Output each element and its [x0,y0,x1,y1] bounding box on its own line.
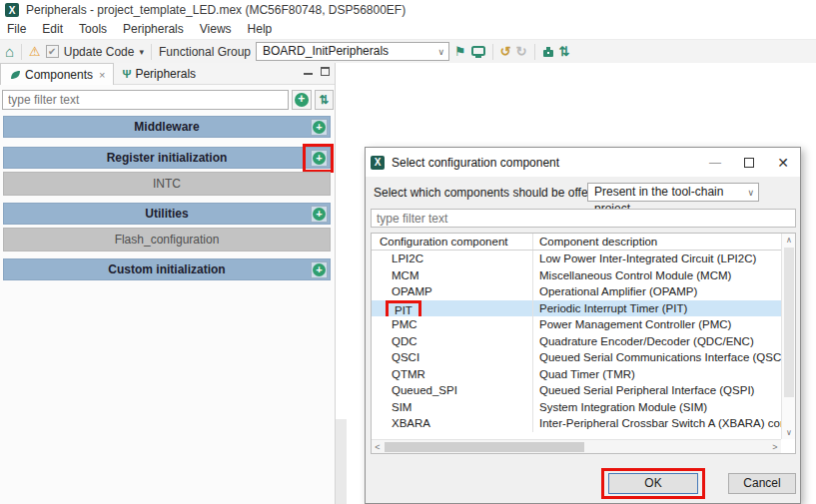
scroll-left-icon[interactable]: < [372,440,384,454]
category-register-initialization[interactable]: Register initialization + [3,147,331,169]
components-panel: Components × Ψ Peripherals + ⇅ Middlewa [0,63,336,504]
dialog-title: Select configuration component [392,156,559,170]
vertical-scrollbar-thumb[interactable] [784,248,794,397]
monitor-icon[interactable] [471,46,485,58]
dialog-titlebar[interactable]: X Select configuration component — ✕ [366,148,800,177]
horizontal-scrollbar[interactable]: < > [372,439,781,453]
cell-description: Operational Amplifier (OPAMP) [533,283,795,300]
offer-combo[interactable]: Present in the tool-chain project ∨ [587,183,759,202]
tab-components-label: Components [25,68,93,82]
tab-components[interactable]: Components × [0,63,114,85]
component-table: Configuration component Component descri… [371,233,796,454]
annotation-redbox-add-register-init [303,144,334,173]
add-component-button[interactable]: + [292,90,312,110]
add-custom-init-button[interactable]: + [311,261,328,278]
table-row-xbara[interactable]: XBARA Inter-Peripheral Crossbar Switch A… [372,415,795,432]
column-configuration-component[interactable]: Configuration component [372,234,533,250]
select-configuration-component-dialog: X Select configuration component — ✕ Sel… [365,147,801,504]
dialog-maximize-icon[interactable] [732,148,766,177]
cell-component: QDC [372,333,533,350]
table-row-opamp[interactable]: OPAMP Operational Amplifier (OPAMP) [372,283,795,300]
tab-peripherals[interactable]: Ψ Peripherals [114,63,204,85]
component-intc-label: INTC [153,177,181,191]
close-icon[interactable]: × [99,69,105,81]
table-row-qtmr[interactable]: QTMR Quad Timer (TMR) [372,366,795,383]
minimize-view-icon[interactable] [304,67,313,75]
horizontal-scrollbar-thumb[interactable] [385,442,584,452]
menu-file[interactable]: File [0,20,34,39]
components-filter-input[interactable] [2,90,289,110]
menu-views[interactable]: Views [192,20,240,39]
category-register-initialization-label: Register initialization [107,151,228,165]
add-utilities-button[interactable]: + [311,206,328,223]
update-code-label[interactable]: Update Code [64,45,135,59]
sort-components-button[interactable]: ⇅ [315,90,335,110]
scroll-right-icon[interactable]: > [769,440,781,454]
table-row-mcm[interactable]: MCM Miscellaneous Control Module (MCM) [372,267,795,284]
cell-description: Periodic Interrupt Timer (PIT) [533,300,795,317]
cell-component: Queued_SPI [372,382,533,399]
update-code-dropdown-icon[interactable]: ▾ [139,47,144,57]
cell-component: XBARA [372,415,533,432]
scroll-down-icon[interactable]: ∨ [782,428,796,437]
menu-edit[interactable]: Edit [34,20,71,39]
dialog-close-icon[interactable]: ✕ [766,148,800,177]
table-row-lpi2c[interactable]: LPI2C Low Power Inter-Integrated Circuit… [372,251,795,267]
peripherals-icon: Ψ [122,68,131,80]
cell-description: Queued Serial Communications Interface (… [533,349,795,366]
category-custom-initialization[interactable]: Custom initialization + [3,258,331,280]
sort-icon[interactable]: ⇅ [559,45,570,59]
category-utilities[interactable]: Utilities + [3,203,331,225]
annotation-redbox-ok: OK [601,468,705,499]
cell-description: Low Power Inter-Integrated Circuit (LPI2… [533,251,795,267]
tab-peripherals-label: Peripherals [135,67,196,81]
category-middleware[interactable]: Middleware + [3,116,331,138]
cancel-button[interactable]: Cancel [728,473,796,494]
pane-splitter[interactable] [336,419,347,504]
annotation-redbox-pit: PIT [386,300,421,317]
cell-description: Quadrature Encoder/Decoder (QDC/ENC) [533,333,795,350]
flag-icon[interactable]: ⚑ [454,45,466,59]
dialog-filter-input[interactable] [371,209,796,228]
chevron-down-icon: ∨ [437,44,444,61]
workbench-icon[interactable] [542,46,554,58]
cell-component: QTMR [372,366,533,383]
table-row-pmc[interactable]: PMC Power Management Controller (PMC) [372,316,795,333]
toolbar: ⌂ ⚠ ✔ Update Code ▾ Functional Group BOA… [0,39,816,63]
table-row-pit[interactable]: PIT Periodic Interrupt Timer (PIT) [372,300,795,317]
vertical-scrollbar[interactable]: ∧ ∨ [781,234,795,439]
menu-tools[interactable]: Tools [71,20,115,39]
scroll-up-icon[interactable]: ∧ [782,236,796,245]
home-icon[interactable]: ⌂ [5,45,14,59]
table-row-qdc[interactable]: QDC Quadrature Encoder/Decoder (QDC/ENC) [372,333,795,350]
dialog-minimize-icon[interactable]: — [698,148,732,177]
column-component-description[interactable]: Component description [533,234,795,250]
menu-help[interactable]: Help [240,20,281,39]
cell-description: Queued Serial Peripheral Interface (QSPI… [533,382,795,399]
cell-component: SIM [372,399,533,416]
cell-component: OPAMP [372,283,533,300]
cell-component: MCM [372,267,533,284]
functional-group-combo[interactable]: BOARD_InitPeripherals ∨ [256,42,449,61]
offer-label: Select which components should be offere… [374,186,605,200]
table-row-qsci[interactable]: QSCI Queued Serial Communications Interf… [372,349,795,366]
undo-icon[interactable]: ↺ [500,45,511,59]
table-row-sim[interactable]: SIM System Integration Module (SIM) [372,399,795,416]
maximize-view-icon[interactable] [321,67,330,76]
cell-component: LPI2C [372,251,533,267]
add-middleware-button[interactable]: + [311,119,328,136]
table-header[interactable]: Configuration component Component descri… [372,234,795,251]
cell-description: Miscellaneous Control Module (MCM) [533,267,795,284]
toolbar-separator [151,44,152,60]
component-intc[interactable]: INTC [3,172,331,196]
menu-peripherals[interactable]: Peripherals [115,20,192,39]
ok-button[interactable]: OK [608,473,698,494]
offer-row: Select which components should be offere… [374,182,793,204]
redo-icon[interactable]: ↻ [516,45,527,59]
cell-description: Inter-Peripheral Crossbar Switch A (XBAR… [533,415,795,432]
table-row-queued-spi[interactable]: Queued_SPI Queued Serial Peripheral Inte… [372,382,795,399]
cell-component: PIT [372,300,533,317]
update-code-checkbox[interactable]: ✔ [46,45,59,58]
warning-icon[interactable]: ⚠ [29,45,41,59]
component-flash-configuration[interactable]: Flash_configuration [3,228,331,252]
